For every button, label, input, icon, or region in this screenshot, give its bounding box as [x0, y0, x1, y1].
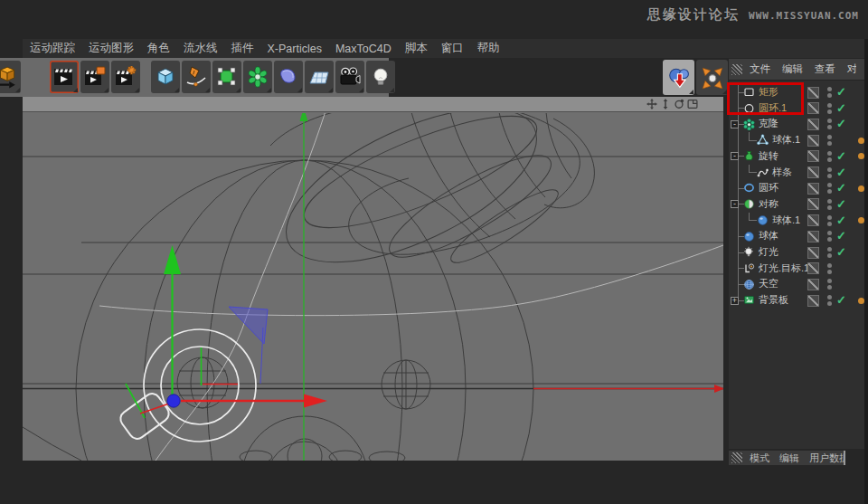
object-label[interactable]: 样条: [772, 165, 792, 181]
object-row-11[interactable]: 灯光.目标.1: [729, 261, 864, 277]
layer-hatch-icon[interactable]: [807, 262, 819, 274]
layer-hatch-icon[interactable]: [807, 214, 819, 226]
visibility-dots-icon[interactable]: [827, 166, 833, 179]
tag-dot-icon[interactable]: [858, 298, 864, 304]
array-modeling-button[interactable]: [243, 61, 272, 93]
toggle-layout-icon[interactable]: [687, 99, 698, 109]
layer-hatch-icon[interactable]: [807, 87, 819, 99]
tag-dot-icon[interactable]: [858, 138, 864, 144]
visibility-dots-icon[interactable]: [827, 134, 833, 147]
menu-item-2[interactable]: 角色: [147, 41, 170, 56]
camera-button[interactable]: [335, 61, 364, 93]
render-view-button[interactable]: [50, 61, 79, 93]
enabled-check-icon[interactable]: ✓: [836, 165, 846, 181]
object-label[interactable]: 背景板: [759, 292, 788, 309]
layer-hatch-icon[interactable]: [807, 166, 819, 178]
viewport[interactable]: [23, 97, 723, 461]
object-row-12[interactable]: 天空: [729, 276, 864, 292]
menu-item-6[interactable]: MaxToC4D: [335, 43, 392, 55]
menu-item-0[interactable]: 运动跟踪: [30, 41, 75, 56]
menu-item-9[interactable]: 帮助: [477, 41, 500, 56]
visibility-dots-icon[interactable]: [827, 214, 833, 227]
object-row-6[interactable]: 圆环✓: [729, 180, 864, 196]
tag-dot-icon[interactable]: [858, 217, 864, 223]
object-row-13[interactable]: +背景板✓: [729, 292, 864, 309]
floor-environment-button[interactable]: [305, 61, 334, 93]
collapse-icon[interactable]: -: [731, 200, 739, 208]
visibility-dots-icon[interactable]: [827, 86, 833, 99]
visibility-dots-icon[interactable]: [827, 278, 833, 290]
enabled-check-icon[interactable]: ✓: [836, 180, 846, 196]
enabled-check-icon[interactable]: ✓: [836, 100, 846, 117]
am-menu-item-2[interactable]: 用户数据: [809, 452, 844, 465]
layer-hatch-icon[interactable]: [807, 231, 819, 242]
visibility-dots-icon[interactable]: [827, 102, 833, 115]
layer-hatch-icon[interactable]: [807, 119, 819, 130]
visibility-dots-icon[interactable]: [827, 182, 833, 195]
visibility-dots-icon[interactable]: [827, 246, 833, 259]
object-label[interactable]: 对称: [759, 196, 778, 213]
pan-view-icon[interactable]: [646, 99, 657, 109]
layer-hatch-icon[interactable]: [807, 279, 819, 290]
object-label[interactable]: 旋转: [759, 148, 778, 165]
enabled-check-icon[interactable]: ✓: [836, 244, 846, 261]
collapse-icon[interactable]: -: [731, 152, 739, 160]
subdivision-surface-button[interactable]: [212, 61, 241, 93]
object-label[interactable]: 天空: [759, 276, 778, 292]
light-bulb-button[interactable]: [366, 61, 395, 93]
object-row-8[interactable]: 球体.1✓: [729, 213, 864, 229]
object-row-7[interactable]: -对称✓: [729, 196, 864, 213]
panel-grip-icon[interactable]: [731, 452, 742, 463]
object-label[interactable]: 灯光.目标.1: [759, 261, 809, 277]
cube-primitive-button[interactable]: [151, 61, 180, 93]
om-menu-item-1[interactable]: 编辑: [782, 62, 803, 76]
object-row-4[interactable]: -旋转✓: [729, 148, 864, 165]
layer-hatch-icon[interactable]: [807, 247, 819, 259]
layer-hatch-icon[interactable]: [807, 198, 819, 210]
panel-grip-icon[interactable]: [731, 64, 742, 75]
visibility-dots-icon[interactable]: [827, 118, 833, 130]
deformer-button[interactable]: [274, 61, 303, 93]
am-menu-item-1[interactable]: 编辑: [779, 452, 799, 465]
enabled-check-icon[interactable]: ✓: [836, 196, 846, 213]
expand-icon[interactable]: +: [731, 297, 739, 305]
visibility-dots-icon[interactable]: [827, 230, 833, 242]
am-menu-item-0[interactable]: 模式: [750, 452, 769, 465]
menu-item-3[interactable]: 流水线: [184, 41, 218, 56]
object-row-3[interactable]: 球体.1: [729, 132, 864, 148]
menu-item-1[interactable]: 运动图形: [89, 41, 134, 56]
object-row-10[interactable]: 灯光✓: [729, 244, 864, 261]
enabled-check-icon[interactable]: ✓: [836, 116, 846, 132]
object-label[interactable]: 灯光: [759, 244, 778, 261]
object-label[interactable]: 球体.1: [772, 213, 800, 229]
tag-dot-icon[interactable]: [858, 185, 864, 192]
render-settings-button[interactable]: [111, 61, 140, 93]
visibility-dots-icon[interactable]: [827, 262, 833, 275]
om-menu-item-2[interactable]: 查看: [815, 62, 835, 76]
object-row-9[interactable]: 球体✓: [729, 228, 864, 244]
menu-item-8[interactable]: 窗口: [441, 41, 464, 56]
visibility-dots-icon[interactable]: [827, 150, 833, 163]
enabled-check-icon[interactable]: ✓: [836, 84, 846, 100]
menu-item-4[interactable]: 插件: [231, 41, 254, 56]
rotate-view-icon[interactable]: [674, 99, 684, 109]
object-label[interactable]: 圆环: [759, 180, 778, 196]
object-row-5[interactable]: 样条✓: [729, 165, 864, 181]
tag-dot-icon[interactable]: [858, 153, 864, 159]
enabled-check-icon[interactable]: ✓: [836, 213, 846, 229]
enabled-check-icon[interactable]: ✓: [836, 228, 846, 244]
mograph-cloner-button[interactable]: [663, 60, 694, 95]
enabled-check-icon[interactable]: ✓: [836, 148, 846, 165]
object-label[interactable]: 克隆: [759, 116, 778, 132]
layer-hatch-icon[interactable]: [807, 102, 819, 114]
dolly-view-icon[interactable]: [660, 99, 671, 109]
object-label[interactable]: 球体: [759, 228, 778, 244]
object-label[interactable]: 球体.1: [772, 132, 800, 148]
frame-selected-button[interactable]: [696, 60, 728, 95]
menu-item-5[interactable]: X-Particles: [268, 43, 322, 55]
layer-hatch-icon[interactable]: [807, 135, 819, 147]
visibility-dots-icon[interactable]: [827, 198, 833, 211]
object-row-2[interactable]: -克隆✓: [729, 116, 864, 132]
om-menu-item-0[interactable]: 文件: [750, 62, 770, 76]
menu-item-7[interactable]: 脚本: [405, 41, 428, 56]
